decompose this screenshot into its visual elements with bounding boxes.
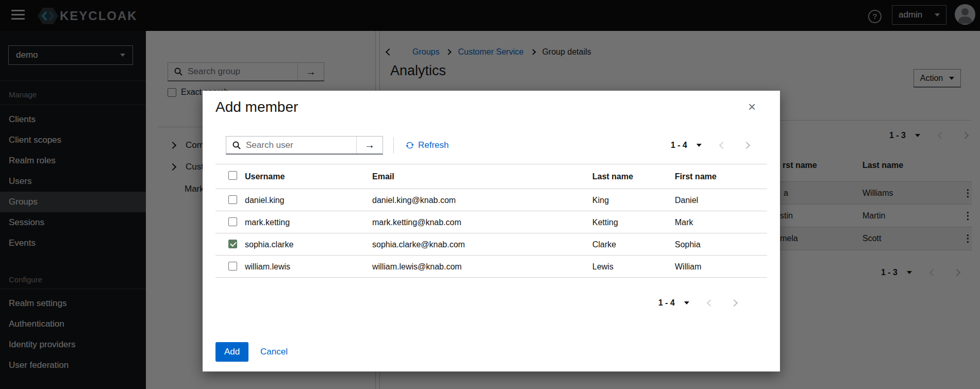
next-page-icon[interactable] [730,299,738,307]
search-icon [232,141,241,149]
keycloak-admin-screen: KEYCLOAK ? admin demo Manage Clients Cli… [0,0,980,389]
cell-first-name: William [675,262,702,272]
refresh-button[interactable]: Refresh [406,140,449,150]
chevron-down-icon[interactable] [696,144,702,147]
divider [215,164,767,164]
cell-last-name: King [592,196,609,205]
add-member-modal: Add member × → Refresh 1 - 4 [203,91,780,371]
table-row-selected: sophia.clarke sophia.clarke@knab.com Cla… [215,233,767,255]
column-header-last-name: Last name [592,172,633,181]
row-checkbox[interactable] [228,195,237,204]
cell-username: mark.ketting [245,218,290,227]
user-search: → [226,136,383,155]
cancel-button[interactable]: Cancel [260,347,288,357]
cell-first-name: Sophia [675,240,701,249]
refresh-icon [406,141,414,149]
pagination-range: 1 - 4 [658,298,675,308]
select-all-checkbox[interactable] [228,171,237,180]
cell-username: sophia.clarke [245,240,293,249]
cell-last-name: Lewis [592,262,613,272]
cell-email: sophia.clarke@knab.com [372,240,465,249]
divider [215,277,767,278]
cell-username: william.lewis [245,262,290,272]
divider [393,137,394,154]
cell-email: mark.ketting@knab.com [372,218,461,227]
cell-email: daniel.king@knab.com [372,196,456,205]
column-header-email: Email [372,172,394,181]
user-search-submit-button[interactable]: → [356,137,383,154]
add-button[interactable]: Add [215,342,248,362]
prev-page-icon[interactable] [719,142,726,149]
row-checkbox-checked[interactable] [228,240,237,248]
row-checkbox[interactable] [228,217,237,226]
modal-pagination-top: 1 - 4 [671,141,749,150]
refresh-label: Refresh [418,140,449,150]
cell-last-name: Ketting [592,218,618,227]
user-search-input[interactable] [245,140,356,151]
cell-last-name: Clarke [592,240,616,249]
cell-first-name: Mark [675,218,693,227]
chevron-down-icon[interactable] [684,301,689,305]
modal-title: Add member [215,99,298,115]
table-row: mark.ketting mark.ketting@knab.com Ketti… [215,211,767,233]
prev-page-icon[interactable] [707,299,714,307]
cell-username: daniel.king [245,196,285,205]
cell-first-name: Daniel [675,196,698,205]
modal-pagination-bottom: 1 - 4 [658,298,737,308]
table-row: daniel.king daniel.king@knab.com King Da… [215,189,767,211]
row-checkbox[interactable] [228,262,237,270]
table-row: william.lewis william.lewis@knab.com Lew… [215,255,767,277]
next-page-icon[interactable] [743,142,750,149]
column-header-first-name: First name [675,172,717,181]
pagination-range: 1 - 4 [671,141,687,150]
close-icon[interactable]: × [748,100,756,113]
cell-email: william.lewis@knab.com [372,262,462,272]
column-header-username: Username [245,172,285,181]
